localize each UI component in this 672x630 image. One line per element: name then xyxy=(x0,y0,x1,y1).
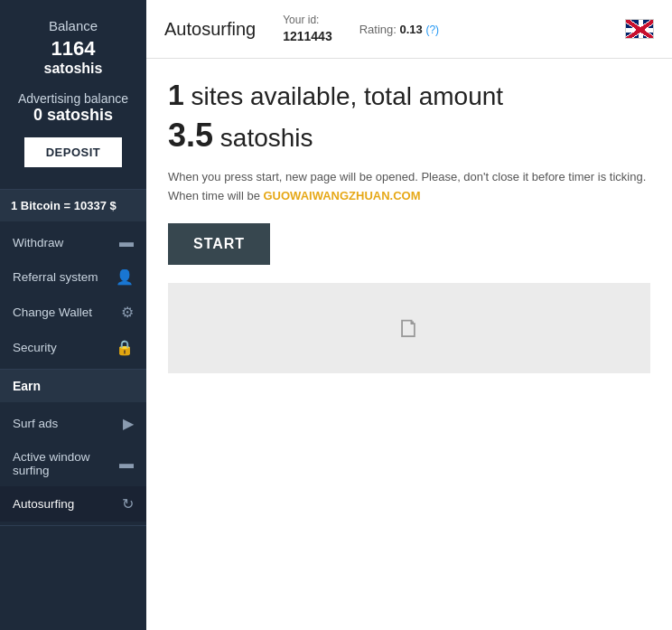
withdraw-label: Withdraw xyxy=(13,236,63,249)
adv-balance-label: Advertising balance xyxy=(14,91,132,106)
start-button[interactable]: START xyxy=(168,223,270,265)
balance-amount: 1164 xyxy=(14,37,132,61)
info-text: When you press start, new page will be o… xyxy=(168,168,650,206)
balance-label: Balance xyxy=(14,18,132,33)
rating-block: Rating: 0.13 (?) xyxy=(359,23,439,36)
autosurf-icon: ↻ xyxy=(122,495,134,512)
referral-label: Referral system xyxy=(13,270,98,284)
rating-value: 0.13 xyxy=(400,23,423,36)
window-icon: ▬ xyxy=(119,456,134,472)
sites-count: 1 xyxy=(168,79,184,111)
earn-nav-section: Surf ads ▶ Active window surfing ▬ Autos… xyxy=(0,402,146,526)
balance-unit: satoshis xyxy=(14,61,132,77)
adv-unit: satoshis xyxy=(47,106,113,124)
your-id-label: Your id: xyxy=(283,13,332,28)
wallet-label: Change Wallet xyxy=(13,306,92,319)
user-id-value: 1211443 xyxy=(283,28,332,46)
deposit-button[interactable]: DEPOSIT xyxy=(24,137,123,167)
active-window-label: Active window surfing xyxy=(13,450,119,477)
adv-balance-amount: 0 satoshis xyxy=(14,106,132,125)
rating-label: Rating: xyxy=(359,23,397,36)
sidebar-item-withdraw[interactable]: Withdraw ▬ xyxy=(0,225,146,259)
sidebar-item-active-window[interactable]: Active window surfing ▬ xyxy=(0,441,146,486)
play-icon: ▶ xyxy=(123,415,134,432)
withdraw-icon: ▬ xyxy=(119,234,134,250)
user-id-block: Your id: 1211443 xyxy=(283,13,332,45)
preview-area: 🗋 xyxy=(168,283,650,373)
language-flag[interactable] xyxy=(625,19,654,39)
lock-icon: 🔒 xyxy=(116,339,134,356)
referral-icon: 👤 xyxy=(116,268,134,286)
security-label: Security xyxy=(13,341,57,354)
sites-heading: 1 sites available, total amount 3.5 sato… xyxy=(168,77,650,156)
watermark: GUOWAIWANGZHUAN.COM xyxy=(263,189,420,202)
nav-section: Withdraw ▬ Referral system 👤 Change Wall… xyxy=(0,221,146,370)
sidebar: Balance 1164 satoshis Advertising balanc… xyxy=(0,0,146,630)
sites-text: sites available, total amount xyxy=(191,82,504,110)
page-title: Autosurfing xyxy=(164,19,256,40)
bitcoin-ticker: 1 Bitcoin = 10337 $ xyxy=(0,190,146,221)
sidebar-item-security[interactable]: Security 🔒 xyxy=(0,330,146,365)
amount-unit: satoshis xyxy=(220,124,313,152)
surf-ads-label: Surf ads xyxy=(13,417,58,430)
info-line2-pre: When time will be xyxy=(168,189,263,202)
sidebar-item-surf-ads[interactable]: Surf ads ▶ xyxy=(0,406,146,441)
top-bar: Autosurfing Your id: 1211443 Rating: 0.1… xyxy=(146,0,672,59)
sidebar-item-wallet[interactable]: Change Wallet ⚙ xyxy=(0,295,146,330)
rating-question-mark[interactable]: (?) xyxy=(425,24,439,36)
wallet-icon: ⚙ xyxy=(121,304,134,321)
sidebar-item-referral[interactable]: Referral system 👤 xyxy=(0,259,146,295)
amount-value: 3.5 xyxy=(168,117,213,154)
autosurfing-label: Autosurfing xyxy=(13,497,74,511)
earn-header: Earn xyxy=(0,370,146,402)
main-content: Autosurfing Your id: 1211443 Rating: 0.1… xyxy=(146,0,672,630)
file-icon: 🗋 xyxy=(397,314,422,343)
content-area: 1 sites available, total amount 3.5 sato… xyxy=(146,59,672,630)
sidebar-item-autosurfing[interactable]: Autosurfing ↻ xyxy=(0,486,146,522)
balance-section: Balance 1164 satoshis Advertising balanc… xyxy=(0,0,146,190)
info-line1: When you press start, new page will be o… xyxy=(168,170,646,183)
